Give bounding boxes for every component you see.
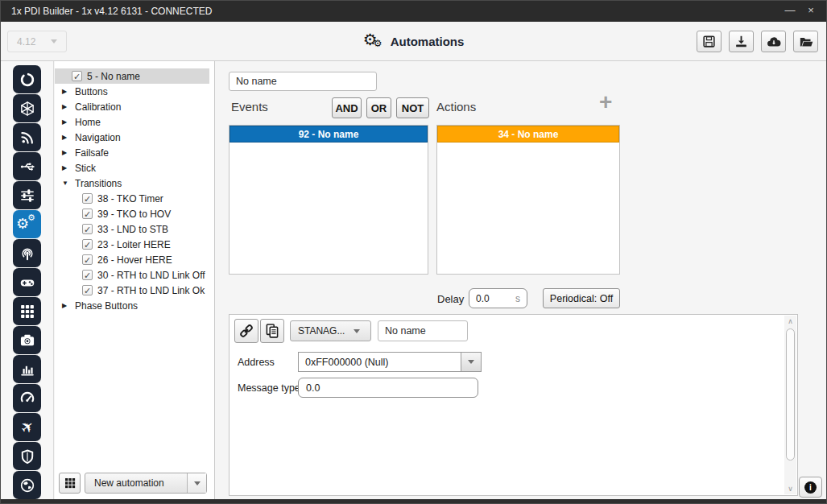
tree-row[interactable]: ✓37 - RTH to LND Link Ok: [55, 283, 209, 298]
expand-icon[interactable]: ▶: [62, 103, 70, 110]
expand-icon[interactable]: ▶: [62, 134, 70, 141]
tree-item-label: Stick: [75, 163, 96, 174]
automation-grid-button[interactable]: [59, 473, 81, 494]
tree-item-label: Navigation: [75, 132, 121, 143]
event-card-header[interactable]: 92 - No name: [229, 126, 428, 143]
address-label: Address: [238, 357, 275, 368]
sidebar-item-platform[interactable]: [13, 94, 41, 122]
cloud-download-button[interactable]: [761, 31, 786, 52]
tree-row[interactable]: ✓26 - Hover HERE: [55, 252, 209, 267]
tree-row[interactable]: ✓38 - TKO Timer: [55, 191, 209, 206]
expand-icon[interactable]: ▶: [62, 164, 70, 171]
tree-row[interactable]: ✓33 - LND to STB: [55, 221, 209, 237]
page-title: Automations: [391, 35, 465, 48]
checkbox[interactable]: ✓: [82, 193, 93, 204]
action-type-dropdown[interactable]: STANAG...: [290, 320, 371, 341]
checkbox[interactable]: ✓: [72, 71, 82, 81]
import-button[interactable]: [729, 31, 754, 52]
title-bar: 1x PDI Builder - 1x v4.12 6131 - CONNECT…: [1, 1, 826, 22]
or-button[interactable]: OR: [366, 97, 391, 118]
sidebar-item-telemetry-chart[interactable]: [13, 355, 41, 383]
automation-name-input[interactable]: No name: [229, 72, 377, 91]
action-name-input[interactable]: No name: [378, 320, 468, 341]
tree-row[interactable]: ✓23 - Loiter HERE: [55, 237, 209, 252]
chevron-down-icon[interactable]: [461, 353, 481, 371]
version-dropdown[interactable]: 4.12: [7, 31, 67, 52]
sidebar-item-beacon[interactable]: [13, 239, 41, 267]
tree-row[interactable]: ▼Transitions: [55, 176, 209, 191]
checkbox[interactable]: ✓: [82, 270, 93, 280]
tree-item-label: Phase Buttons: [75, 300, 138, 312]
message-type-input[interactable]: 0.0: [298, 378, 478, 398]
automation-tree: ✓5 - No name▶Buttons▶Calibration▶Home▶Na…: [55, 68, 209, 313]
checkbox[interactable]: ✓: [82, 239, 93, 250]
delay-input[interactable]: 0.0 s: [469, 288, 527, 308]
sidebar-item-hud-gauge[interactable]: [13, 384, 41, 412]
expand-icon[interactable]: ▶: [62, 149, 70, 156]
scrollbar[interactable]: ∧ ∨: [784, 316, 796, 494]
tree-row[interactable]: ▶Phase Buttons: [55, 298, 209, 313]
checkbox[interactable]: ✓: [82, 224, 93, 234]
minimize-icon[interactable]: —: [781, 1, 799, 22]
tree-item-label: 5 - No name: [87, 71, 140, 82]
delay-unit: s: [515, 293, 520, 304]
tree-row[interactable]: ▶Buttons: [55, 84, 209, 99]
tree-item-label: 37 - RTH to LND Link Ok: [97, 285, 205, 296]
scroll-up-icon[interactable]: ∧: [784, 316, 796, 327]
tree-row[interactable]: ✓39 - TKO to HOV: [55, 206, 209, 221]
copy-icon[interactable]: [260, 319, 284, 343]
pdi-builder-window: 1x PDI Builder - 1x v4.12 6131 - CONNECT…: [0, 0, 827, 504]
sidebar-item-matrix-grid[interactable]: [13, 297, 41, 325]
module-sidebar: ⚙⚙✈: [1, 61, 54, 499]
save-button[interactable]: [697, 31, 722, 52]
tree-row[interactable]: ▶Failsafe: [55, 145, 209, 160]
actions-heading: Actions: [436, 100, 476, 114]
open-button[interactable]: [793, 31, 818, 52]
sidebar-item-veronte-logo[interactable]: [13, 65, 41, 93]
sidebar-item-stick-gamepad[interactable]: [13, 268, 41, 296]
scroll-down-icon[interactable]: ∨: [784, 483, 796, 494]
tree-row[interactable]: ▶Navigation: [55, 130, 209, 145]
chevron-down-icon: [354, 329, 360, 333]
sidebar-item-world-globe[interactable]: [13, 471, 41, 499]
expand-icon[interactable]: ▶: [62, 118, 70, 126]
address-dropdown[interactable]: 0xFF000000 (Null): [298, 352, 482, 372]
sidebar-item-camera[interactable]: [13, 326, 41, 354]
expand-icon[interactable]: ▶: [62, 88, 70, 95]
action-detail-panel: STANAG... No name Address 0xFF000000 (Nu…: [229, 314, 798, 496]
tree-item-label: 39 - TKO to HOV: [97, 209, 171, 220]
checkbox[interactable]: ✓: [82, 209, 93, 219]
checkbox[interactable]: ✓: [82, 285, 93, 295]
sidebar-item-airplane[interactable]: ✈: [13, 413, 41, 441]
sidebar-item-control-sliders[interactable]: [13, 181, 41, 209]
action-card-header[interactable]: 34 - No name: [437, 126, 619, 143]
actions-panel[interactable]: 34 - No name: [436, 125, 620, 275]
checkbox[interactable]: ✓: [82, 254, 93, 265]
tree-item-label: 26 - Hover HERE: [97, 254, 172, 266]
sidebar-item-safety-shield[interactable]: [13, 442, 41, 470]
tree-row[interactable]: ▶Calibration: [55, 99, 209, 114]
and-button[interactable]: AND: [332, 97, 362, 118]
action-type-value: STANAG...: [298, 325, 345, 337]
info-button[interactable]: i: [799, 477, 822, 498]
sidebar-item-telemetry-signal[interactable]: [13, 123, 41, 151]
close-icon[interactable]: ×: [802, 1, 820, 22]
link-icon[interactable]: [234, 319, 258, 343]
tree-row[interactable]: ▶Stick: [55, 160, 209, 176]
periodical-toggle-button[interactable]: Periodical: Off: [543, 288, 620, 308]
add-action-icon[interactable]: +: [599, 91, 612, 114]
expand-icon[interactable]: ▶: [62, 302, 70, 309]
sidebar-item-usb-connections[interactable]: [13, 152, 41, 180]
collapse-icon[interactable]: ▼: [62, 180, 70, 187]
sidebar-item-automations[interactable]: ⚙⚙: [13, 210, 41, 238]
scrollbar-thumb[interactable]: [786, 328, 795, 461]
tree-row[interactable]: ✓5 - No name: [55, 68, 209, 84]
not-button[interactable]: NOT: [396, 97, 429, 118]
tree-row[interactable]: ▶Home: [55, 114, 209, 130]
chevron-down-icon[interactable]: [187, 473, 206, 493]
automation-tree-panel: ✓5 - No name▶Buttons▶Calibration▶Home▶Na…: [55, 61, 215, 499]
events-panel[interactable]: 92 - No name: [229, 125, 428, 275]
tree-row[interactable]: ✓30 - RTH to LND Link Off: [55, 267, 209, 283]
new-automation-dropdown[interactable]: New automation: [85, 473, 207, 494]
tree-item-label: 33 - LND to STB: [97, 224, 168, 235]
